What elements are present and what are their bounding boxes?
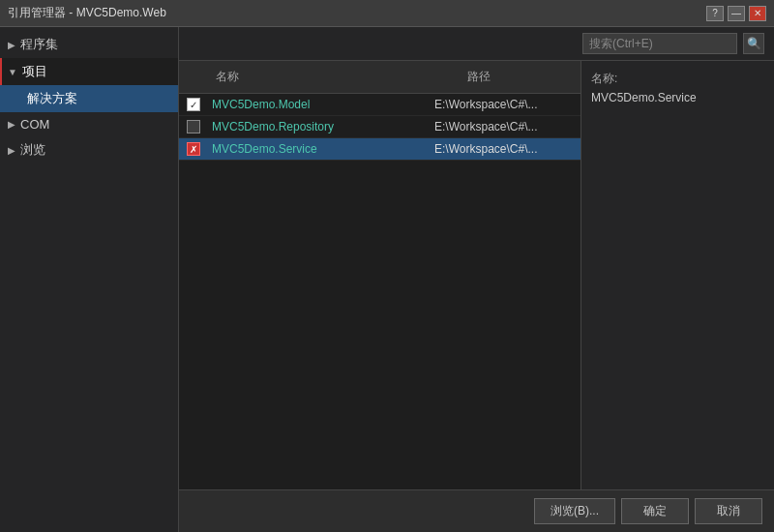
table-row[interactable]: MVC5Demo.Model E:\Workspace\C#\... — [179, 94, 580, 116]
sidebar-subitem-label: 解决方案 — [27, 91, 77, 105]
row-path: E:\Workspace\C#\... — [431, 98, 580, 111]
expand-arrow: ▶ — [8, 40, 15, 50]
sidebar-item-label: COM — [20, 117, 49, 132]
table-row[interactable]: MVC5Demo.Repository E:\Workspace\C#\... — [179, 116, 580, 138]
close-button[interactable]: ✕ — [749, 6, 766, 21]
sidebar: ▶ 程序集 ▼ 项目 解决方案 ▶ COM ▶ 浏览 — [0, 27, 179, 532]
sidebar-item-assemblies[interactable]: ▶ 程序集 — [0, 31, 178, 58]
col-header-path: 路径 — [460, 65, 580, 89]
title-bar: 引用管理器 - MVC5Demo.Web ? — ✕ — [0, 0, 774, 27]
row-name: MVC5Demo.Service — [208, 142, 431, 156]
title-text: 引用管理器 - MVC5Demo.Web — [8, 5, 166, 21]
content-area: 名称 路径 MVC5Demo.Model E:\Workspace\C#\... — [179, 61, 774, 489]
col-header-name: 名称 — [208, 65, 460, 89]
row-path: E:\Workspace\C#\... — [431, 142, 580, 156]
row-checkbox-area — [179, 120, 208, 133]
row-checkbox-area — [179, 98, 208, 111]
expand-arrow: ▶ — [8, 119, 15, 130]
search-button[interactable]: 🔍 — [743, 33, 764, 54]
row-path: E:\Workspace\C#\... — [431, 120, 580, 133]
info-name-label: 名称: — [591, 71, 764, 87]
browse-button[interactable]: 浏览(B)... — [534, 498, 615, 524]
confirm-button[interactable]: 确定 — [621, 498, 689, 524]
row-name: MVC5Demo.Repository — [208, 120, 431, 133]
info-name-value: MVC5Demo.Service — [591, 91, 764, 104]
expand-arrow: ▼ — [8, 67, 17, 77]
sidebar-item-label: 项目 — [22, 63, 47, 80]
table-row[interactable]: MVC5Demo.Service E:\Workspace\C#\... — [179, 138, 580, 161]
expand-arrow: ▶ — [8, 145, 15, 156]
sidebar-item-com[interactable]: ▶ COM — [0, 112, 178, 136]
main-container: ▶ 程序集 ▼ 项目 解决方案 ▶ COM ▶ 浏览 🔍 — [0, 27, 774, 532]
sidebar-item-browse[interactable]: ▶ 浏览 — [0, 136, 178, 163]
search-input[interactable] — [582, 33, 737, 54]
sidebar-item-projects[interactable]: ▼ 项目 — [0, 58, 178, 85]
checkbox-icon[interactable] — [187, 120, 200, 133]
sidebar-subitem-solution[interactable]: 解决方案 — [0, 85, 178, 112]
cancel-button[interactable]: 取消 — [695, 498, 762, 524]
search-bar: 🔍 — [179, 27, 774, 61]
right-panel: 🔍 名称 路径 MVC5Demo.Model E:\Workspace\ — [179, 27, 774, 532]
help-button[interactable]: ? — [706, 6, 724, 21]
window-controls[interactable]: ? — ✕ — [706, 6, 766, 21]
sidebar-item-label: 浏览 — [20, 141, 45, 159]
sidebar-item-label: 程序集 — [20, 36, 58, 53]
table-header: 名称 路径 — [179, 61, 580, 94]
row-name: MVC5Demo.Model — [208, 98, 431, 111]
checkbox-icon[interactable] — [187, 142, 200, 156]
minimize-button[interactable]: — — [728, 6, 745, 21]
table-area: 名称 路径 MVC5Demo.Model E:\Workspace\C#\... — [179, 61, 580, 489]
info-panel: 名称: MVC5Demo.Service — [580, 61, 774, 489]
checkbox-icon[interactable] — [187, 98, 200, 111]
footer: 浏览(B)... 确定 取消 — [179, 489, 774, 532]
row-checkbox-area — [179, 142, 208, 156]
